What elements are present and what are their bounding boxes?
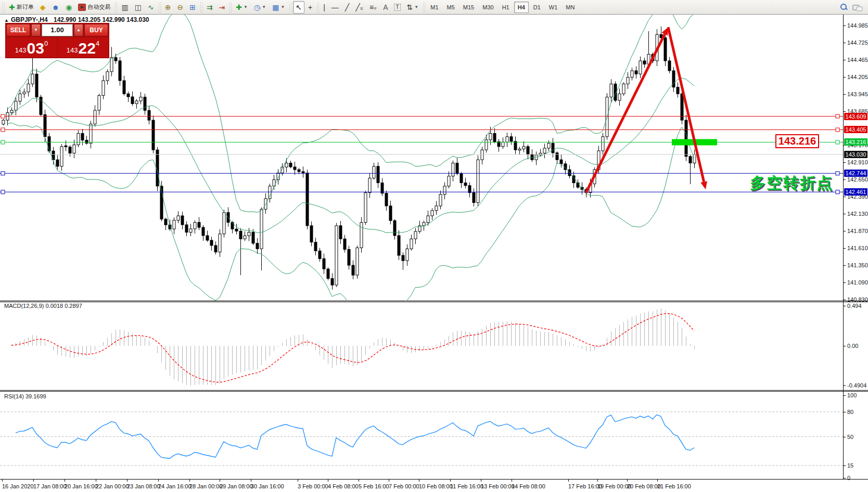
chevron-down-icon[interactable]: ▼	[280, 5, 285, 9]
horizontal-line-icon: —	[331, 4, 339, 11]
chart-title: ▲GBPJPY-,H4 142.990 143.205 142.990 143.…	[4, 16, 149, 23]
buy-price-tile[interactable]: 143224	[58, 37, 108, 57]
chevron-down-icon[interactable]: ▼	[414, 5, 418, 9]
cursor-button[interactable]: ↖	[293, 1, 304, 14]
time-tick-label: 13 Feb 00:00	[481, 483, 515, 489]
volume-down-button[interactable]: ▼	[31, 24, 41, 36]
price-tick-label: 140.830	[847, 296, 868, 303]
crosshair-icon: +	[308, 4, 312, 11]
price-tick-label: 143.945	[847, 91, 868, 97]
trendline-icon: ╱	[345, 4, 349, 11]
ohlc-readout: 142.990 143.205 142.990 143.030	[54, 16, 149, 23]
auto-scroll-button[interactable]: ⇉	[204, 1, 215, 14]
price-badge-142.744: 142.744	[844, 170, 867, 177]
timeframe-d1[interactable]: D1	[530, 2, 544, 13]
channel-icon: ╱	[355, 4, 360, 11]
price-tick-label: 141.090	[847, 279, 868, 286]
turning-point-annotation[interactable]: 多空转折点	[750, 173, 833, 194]
trend-arrows[interactable]	[586, 27, 707, 192]
bar-chart-button[interactable]: ▥	[119, 1, 131, 14]
tile-windows-button[interactable]: ⊞	[187, 1, 198, 14]
timeframe-m5[interactable]: M5	[443, 2, 458, 13]
time-tick-label: 5 Feb 16:00	[359, 483, 389, 489]
crosshair-button[interactable]: +	[305, 1, 315, 14]
price-tick-label: 144.725	[847, 40, 868, 46]
zoom-out-button[interactable]: ⊖	[174, 1, 186, 14]
auto-scroll-icon: ⇉	[207, 4, 213, 11]
objects-group: |—╱╱E≡FAT⇅▼	[320, 1, 422, 14]
price-axis[interactable]: 144.985144.725144.465144.205143.945143.6…	[844, 15, 868, 480]
chevron-down-icon[interactable]: ▼	[262, 5, 266, 9]
volume-input[interactable]: 1.00	[42, 24, 73, 36]
price-tick-label: 144.985	[847, 22, 868, 29]
buy-button[interactable]: BUY	[84, 24, 108, 36]
candle-chart-button[interactable]: ◫	[132, 1, 144, 14]
main-toolbar: ✚新订单◆☻◉▶自动交易▥◫∿⊕⊖⊞⇉⇥✚▼◷▼▦▼↖+|—╱╱E≡FAT⇅▼M…	[0, 0, 868, 15]
horizontal-line-button[interactable]: —	[329, 1, 341, 14]
arrows-button[interactable]: ⇅▼	[404, 1, 422, 14]
time-tick-label: 23 Jan 08:00	[127, 483, 160, 489]
line-chart-button[interactable]: ∿	[145, 1, 157, 14]
periods-button[interactable]: ◷▼	[251, 1, 269, 14]
community-button[interactable]: ☻	[49, 1, 62, 14]
volume-up-button[interactable]: ▲	[74, 24, 83, 36]
timeframe-m1[interactable]: M1	[427, 2, 442, 13]
time-tick-label: 21 Feb 16:00	[657, 483, 691, 489]
insert-group: ✚▼◷▼▦▼	[233, 1, 288, 14]
price-tick-label: 141.350	[847, 262, 868, 268]
time-tick-label: 14 Feb 08:00	[512, 483, 545, 489]
fibonacci-icon: ≡	[369, 4, 374, 11]
chevron-down-icon[interactable]: ▼	[244, 5, 248, 9]
zoom-out-icon: ⊖	[177, 4, 183, 11]
time-tick-label: 29 Jan 08:00	[220, 483, 253, 489]
chart-canvas[interactable]	[0, 15, 843, 480]
new-order-button[interactable]: ✚新订单	[6, 1, 36, 14]
trendline-button[interactable]: ╱	[342, 1, 352, 14]
indicators-button[interactable]: ✚▼	[233, 1, 250, 14]
zoom-in-button[interactable]: ⊕	[162, 1, 174, 14]
indicator-tick-label: 0.00	[847, 343, 858, 349]
chart-shift-button[interactable]: ⇥	[216, 1, 228, 14]
price-tick-label: 142.130	[847, 211, 868, 217]
vertical-line-button[interactable]: |	[321, 1, 328, 14]
autotrade-button[interactable]: ▶自动交易	[75, 1, 113, 14]
text-icon: A	[383, 4, 388, 11]
arrows-icon: ⇅	[407, 4, 413, 11]
sell-button[interactable]: SELL	[6, 24, 30, 36]
time-tick-label: 24 Jan 16:00	[158, 483, 192, 489]
chat-icon[interactable]	[852, 4, 862, 11]
fibonacci-button[interactable]: ≡F	[367, 1, 379, 14]
zoom-in-icon: ⊕	[165, 4, 171, 11]
symbol-period-label: GBPJPY-,H4	[11, 16, 48, 23]
price-callout-label[interactable]: 143.216	[775, 134, 819, 148]
tile-windows-icon: ⊞	[189, 4, 196, 11]
signal-button[interactable]: ◉	[63, 1, 74, 14]
price-tick-label: 141.870	[847, 228, 868, 234]
plus-doc-icon: ✚	[9, 4, 15, 11]
gold-button[interactable]: ◆	[37, 1, 48, 14]
timeframe-m15[interactable]: M15	[459, 2, 478, 13]
timeframe-w1[interactable]: W1	[545, 2, 561, 13]
time-tick-label: 10 Feb 08:00	[419, 483, 453, 489]
text-button[interactable]: A	[380, 1, 390, 14]
new-order-button-label: 新订单	[17, 3, 34, 11]
timeframe-h4[interactable]: H4	[514, 2, 529, 13]
rsi-line	[0, 412, 843, 465]
time-axis[interactable]: 16 Jan 202017 Jan 08:0020 Jan 16:0022 Ja…	[0, 480, 868, 492]
vertical-line-icon: |	[323, 4, 325, 11]
price-tick-label: 142.650	[847, 176, 868, 183]
search-icon[interactable]	[840, 3, 848, 11]
one-click-trading-panel: SELL ▼ 1.00 ▲ BUY 143030 143224	[5, 23, 109, 58]
timeframe-mn[interactable]: MN	[562, 2, 578, 13]
channel-button[interactable]: ╱E	[353, 1, 366, 14]
time-tick-label: 4 Feb 08:00	[328, 483, 359, 489]
timeframe-h1[interactable]: H1	[499, 2, 513, 13]
text-label-button[interactable]: T	[391, 1, 403, 14]
line-chart-icon: ∿	[148, 4, 154, 11]
gold-icon: ◆	[40, 4, 46, 11]
collapse-arrow-icon[interactable]: ▲	[4, 18, 9, 23]
templates-button[interactable]: ▦▼	[270, 1, 287, 14]
horizontal-lines[interactable]	[0, 114, 843, 194]
sell-price-tile[interactable]: 143030	[6, 37, 57, 57]
timeframe-m30[interactable]: M30	[479, 2, 497, 13]
